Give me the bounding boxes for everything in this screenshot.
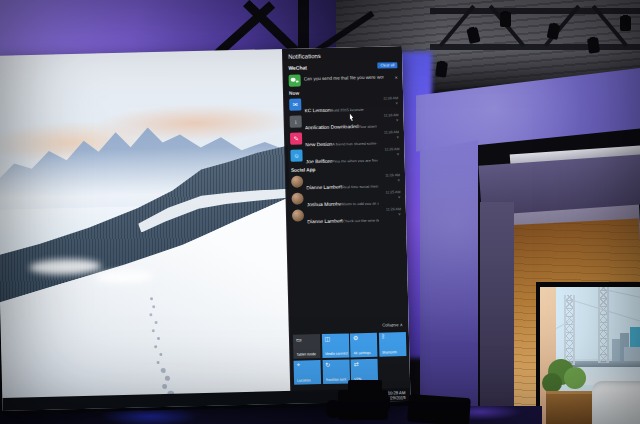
bluetooth-icon: ᛒ [381,334,385,340]
quick-action-all-settings[interactable]: ⚙ All settings [350,333,378,358]
notification-title: KC Lemson [304,107,330,113]
notification-subtitle: Your download is complete [358,123,376,129]
inner-arch-pillar [480,202,514,424]
chat-bubble-icon [291,78,296,82]
notification-title: New Design [305,141,332,147]
chevron-up-icon: ∧ [400,322,403,327]
bridge-tower [598,283,609,363]
notification-title: Joshua Murphy [307,201,341,207]
design-icon: ✎ [290,132,302,144]
chevron-down-icon[interactable]: ∨ [377,152,399,157]
keynote-stage-photo: Notifications WeChat Clear all Can you s… [0,0,640,424]
stage-light [500,12,511,27]
rotation-lock-icon: ↻ [325,360,330,367]
close-icon[interactable]: × [395,74,398,84]
vpn-icon: ⇄ [354,360,359,367]
quick-action-label: Location [297,378,320,383]
white-table [592,381,640,424]
notification-subtitle: A friend has shared some designs with yo… [332,140,377,146]
wooden-planter [546,391,592,424]
quick-action-tablet-mode[interactable]: ▭ Tablet mode [293,334,321,359]
quick-action-label: Bluetooth [382,350,405,355]
section-social-app: Social App [291,165,400,173]
bridge-cable [604,289,640,300]
mail-icon: ✉ [289,99,301,111]
wechat-app-name: WeChat [288,64,307,70]
quick-action-empty-cell [379,358,407,383]
bridge-tower [564,295,575,365]
camera-lens [374,396,390,410]
stage-light [435,61,448,77]
chevron-down-icon[interactable]: ∨ [379,195,401,200]
collapse-label: Collapse [382,322,398,327]
notification-title: Dianne Lambert [307,218,343,224]
quick-action-label: All settings [353,351,376,356]
secondary-display [536,282,640,424]
wechat-message: Can you send me that file you were worki [304,74,384,86]
chevron-down-icon[interactable]: ∨ [379,212,401,217]
avatar [291,175,303,187]
outer-arch-pillar [420,140,478,424]
clear-all-button[interactable]: Clear all [377,62,397,69]
chat-icon: ☺ [290,149,302,161]
collapse-button[interactable]: Collapse ∧ [382,322,403,328]
projection-screen: Notifications WeChat Clear all Can you s… [0,46,411,414]
notification-subtitle: Real time social messaging is a great ad… [342,183,379,190]
social-notification-item[interactable]: Joshua MurphyWants to add you as a frien… [291,190,400,207]
camera-silhouette [326,400,340,418]
notification-item[interactable]: ☺ Joe BelfiorePing me when you are free … [290,147,399,164]
notification-title: Application Downloaded [305,123,359,129]
stage-light [620,16,631,31]
social-notification-item[interactable]: Dianne LambertReal time social messaging… [291,173,400,190]
action-center-panel: Notifications WeChat Clear all Can you s… [282,46,410,394]
quick-action-label: Media connect [325,351,348,356]
plant [542,373,562,393]
notification-subtitle: Build 2015 keynote [330,107,363,112]
notification-title: Joe Belfiore [306,158,333,164]
notification-item[interactable]: ↓ Application DownloadedYour download is… [290,113,399,130]
quick-action-bluetooth[interactable]: ᛒ Bluetooth [378,332,406,357]
chevron-down-icon[interactable]: ∨ [376,101,398,106]
wallpaper-footprint-trail [150,297,153,300]
chevron-down-icon[interactable]: ∨ [378,178,400,183]
location-icon: ⌖ [297,361,301,368]
media-connect-icon: ◫ [324,335,330,342]
notification-subtitle: Ping me when you are free [332,158,378,164]
quick-action-rotation-lock[interactable]: ↻ Rotation lock [322,359,350,384]
quick-actions-grid: ▭ Tablet mode ◫ Media connect ⚙ All sett… [293,332,408,384]
wechat-group-header: WeChat Clear all [288,61,397,72]
wechat-icon [289,75,301,87]
chevron-down-icon[interactable]: ∨ [377,135,399,140]
notifications-title: Notifications [288,51,397,61]
download-icon: ↓ [290,116,302,128]
avatar [292,209,304,221]
gear-icon: ⚙ [353,334,359,341]
tablet-mode-icon: ▭ [296,336,302,343]
notification-item[interactable]: ✉ KC LemsonBuild 2015 keynote 11:26 AM∨ [289,96,398,113]
notification-subtitle: Wants to add you as a friend [341,200,379,206]
camera-silhouette [348,380,382,392]
wechat-notification[interactable]: Can you send me that file you were worki… [289,72,398,87]
camera-rig [407,394,471,424]
notification-subtitle: Check out the new items that just arrive… [343,217,380,224]
notification-title: Dianne Lambert [306,184,342,190]
avatar [291,192,303,204]
section-now: Now [289,88,398,96]
notification-item[interactable]: ✎ New DesignA friend has shared some des… [290,130,399,147]
quick-action-location[interactable]: ⌖ Location [294,360,322,385]
quick-action-label: Rotation lock [325,377,348,382]
chevron-down-icon[interactable]: ∨ [377,118,399,123]
stage-light [587,37,600,53]
plant [564,367,586,389]
social-notification-item[interactable]: Dianne LambertCheck out the new items th… [292,207,401,224]
truss-beam [430,44,640,50]
truss-beam [430,8,640,14]
quick-action-media-connect[interactable]: ◫ Media connect [321,333,349,358]
quick-action-label: Tablet mode [296,352,319,357]
